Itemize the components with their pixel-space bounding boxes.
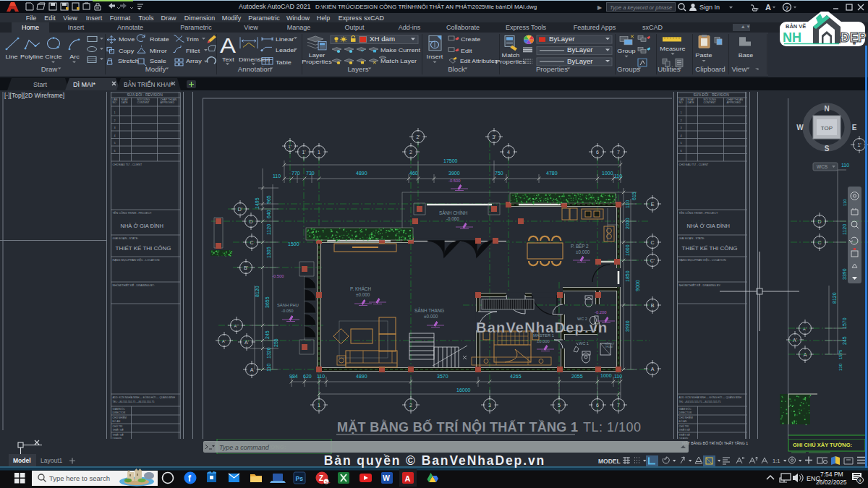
svg-text:1120: 1120 (842, 224, 847, 235)
svg-text:ByLayer: ByLayer (549, 36, 575, 43)
svg-text:Type here to search: Type here to search (49, 474, 110, 482)
svg-text:3: 3 (488, 403, 491, 408)
svg-text:Table: Table (276, 59, 292, 66)
svg-text:C: C (250, 240, 253, 245)
svg-text:110: 110 (273, 174, 281, 179)
svg-text:965: 965 (266, 195, 271, 204)
svg-text:3655: 3655 (265, 296, 270, 308)
svg-text:A': A' (793, 338, 797, 343)
svg-text:2: 2 (409, 403, 412, 408)
svg-text:SẢNH CHÍNH: SẢNH CHÍNH (439, 210, 468, 215)
svg-text:3930: 3930 (625, 320, 630, 332)
svg-text:Z: Z (319, 474, 323, 482)
svg-text:S+: S+ (325, 480, 331, 484)
svg-text:WCS: WCS (817, 164, 828, 169)
svg-text:D': D' (238, 207, 242, 212)
svg-text:1: 1 (318, 150, 320, 155)
svg-text:1': 1' (302, 150, 305, 155)
svg-text:7:54 PM: 7:54 PM (820, 471, 843, 478)
svg-text:BẢN VẼ: BẢN VẼ (786, 23, 806, 30)
svg-text:A: A (220, 34, 236, 58)
svg-text:Draw: Draw (41, 66, 58, 72)
svg-text:Trim: Trim (186, 36, 199, 43)
svg-text:Model: Model (13, 457, 31, 464)
svg-text:Paste: Paste (695, 52, 712, 59)
svg-text:3390: 3390 (842, 268, 847, 280)
svg-text:2000: 2000 (625, 218, 630, 229)
svg-text:Properties: Properties (536, 66, 569, 72)
svg-text:9: 9 (859, 478, 861, 483)
svg-text:Linear: Linear (276, 35, 294, 42)
svg-text:984: 984 (289, 374, 298, 379)
svg-text:2055: 2055 (571, 374, 583, 379)
svg-text:A: A (405, 474, 411, 483)
svg-text:?: ? (786, 5, 789, 12)
svg-text:View: View (732, 66, 747, 72)
svg-text:110: 110 (625, 200, 630, 208)
svg-text:C: C (650, 240, 654, 245)
svg-text:-0.500: -0.500 (448, 179, 460, 183)
svg-text:BẢN TRIỂN KHAI*: BẢN TRIỂN KHAI* (124, 80, 174, 88)
svg-text:460: 460 (409, 171, 418, 176)
svg-text:S: S (825, 145, 830, 153)
svg-text:1: 1 (318, 403, 320, 408)
svg-text:Array: Array (186, 58, 202, 64)
svg-text:Copy: Copy (119, 48, 135, 54)
svg-text:Edit Attributes: Edit Attributes (460, 59, 498, 64)
svg-text:Stretch: Stretch (118, 58, 139, 64)
svg-text:Block: Block (448, 66, 465, 72)
svg-text:4265: 4265 (510, 374, 522, 379)
svg-text:B: B (651, 303, 655, 308)
svg-text:1570: 1570 (842, 317, 847, 329)
svg-text:1'': 1'' (288, 145, 292, 149)
svg-text:245: 245 (265, 330, 270, 339)
svg-text:±0.000: ±0.000 (576, 249, 590, 254)
svg-text:110: 110 (614, 174, 622, 179)
svg-text:1000: 1000 (600, 373, 612, 378)
svg-text:GHI CHÚ XÂY TƯỜNG:: GHI CHÚ XÂY TƯỜNG: (793, 442, 852, 448)
svg-text:Layers: Layers (347, 66, 369, 72)
svg-text:Mirror: Mirror (150, 48, 167, 54)
svg-text:255: 255 (273, 338, 278, 347)
svg-text:17500: 17500 (443, 158, 458, 163)
svg-text:1000: 1000 (602, 171, 613, 176)
svg-text:-0.200: -0.200 (595, 310, 606, 314)
svg-text:4890: 4890 (356, 374, 367, 379)
svg-text:26/02/2025: 26/02/2025 (816, 479, 847, 486)
svg-text:1305: 1305 (266, 247, 271, 258)
svg-text:Rotate: Rotate (150, 36, 169, 43)
svg-text:1500: 1500 (288, 241, 299, 247)
svg-text:1320: 1320 (266, 347, 271, 359)
svg-text:BanVeNhaDep.vn: BanVeNhaDep.vn (476, 320, 608, 335)
svg-text:1:1: 1:1 (773, 458, 780, 464)
svg-text:A'': A'' (803, 327, 807, 331)
svg-text:A: A (250, 367, 254, 372)
svg-text:4890: 4890 (356, 171, 367, 176)
svg-text:Modify: Modify (145, 66, 166, 72)
svg-text:6: 6 (596, 150, 599, 155)
svg-text:3': 3' (492, 134, 495, 140)
svg-text:4780: 4780 (546, 171, 558, 176)
svg-text:-0.050: -0.050 (281, 309, 293, 313)
svg-text:2': 2' (416, 134, 420, 140)
svg-text:Match Layer: Match Layer (380, 58, 417, 64)
svg-text:Properties: Properties (302, 59, 331, 65)
svg-text:Leader: Leader (276, 47, 296, 53)
svg-text:110: 110 (843, 199, 847, 206)
svg-text:Measure: Measure (660, 45, 686, 51)
svg-text:Base: Base (739, 52, 754, 59)
svg-text:E: E (852, 124, 857, 132)
svg-text:A''': A''' (234, 324, 239, 328)
svg-text:ByLayer: ByLayer (567, 47, 593, 53)
svg-text:16000: 16000 (456, 388, 471, 393)
svg-text:615: 615 (631, 192, 637, 200)
svg-text:Layout1: Layout1 (41, 457, 63, 464)
svg-text:770: 770 (292, 171, 300, 176)
svg-text:SẢNH PHỤ: SẢNH PHỤ (277, 303, 299, 307)
svg-text:Ps: Ps (296, 475, 304, 482)
svg-text:130: 130 (838, 363, 843, 371)
svg-text:Polyline: Polyline (20, 53, 43, 60)
svg-text:1': 1' (857, 142, 861, 147)
svg-text:Arc: Arc (69, 53, 80, 60)
svg-text:A: A (651, 367, 655, 372)
